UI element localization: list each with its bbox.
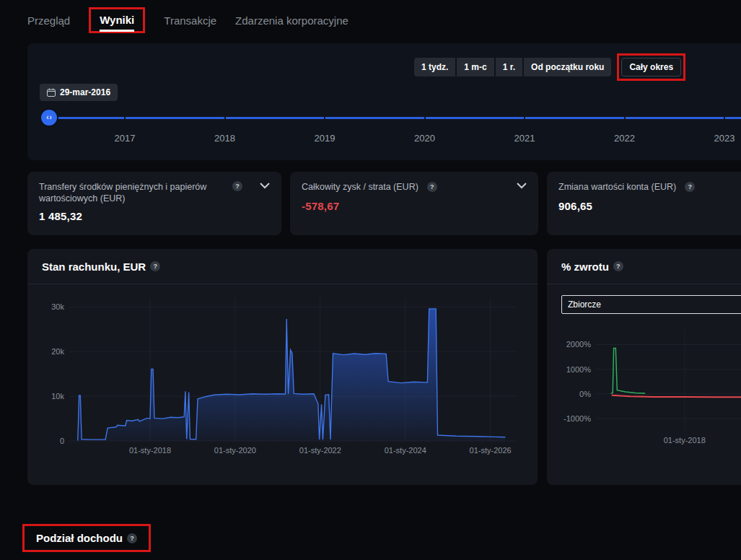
tab-wyniki[interactable]: Wyniki [100,14,134,32]
chevron-down-icon[interactable] [517,183,527,189]
account-value-panel-header: Stan rachunku, EUR ? [27,249,538,284]
period-button-ytd[interactable]: Od początku roku [524,58,611,76]
annotation-box-podzial-dochodu: Podział dochodu ? [22,524,151,552]
annotation-box-caly-okres: Cały okres [617,53,685,81]
stat-card-title: Transfery środków pieniężnych i papierów… [39,181,228,204]
stat-card-value: 906,65 [558,200,741,212]
account-value-panel-title: Stan rachunku, EUR [42,261,146,273]
income-split-section-title: Podział dochodu [36,532,123,544]
svg-text:1000%: 1000% [566,365,591,374]
svg-text:20k: 20k [51,347,64,356]
period-selector: 1 tydz. 1 m-c 1 r. Od początku roku Cały… [414,53,685,81]
svg-text:01-sty-2022: 01-sty-2022 [299,446,341,455]
stat-card-value: 1 485,32 [39,210,270,222]
return-percent-panel-title: % zwrotu [561,261,609,273]
return-mode-select[interactable]: Zbiorcze [561,295,741,314]
handle-left-arrow-icon: ‹ [46,114,48,121]
svg-text:30k: 30k [51,302,64,311]
stat-card-value: -578,67 [302,200,527,212]
period-button-all-time[interactable]: Cały okres [621,58,681,76]
help-icon[interactable]: ? [150,261,160,271]
stat-card-title: Zmiana wartości konta (EUR) [558,181,676,193]
year-label: 2022 [612,133,638,144]
chevron-down-icon[interactable] [260,183,270,189]
svg-text:2000%: 2000% [566,340,591,349]
stat-card-title-row: Zmiana wartości konta (EUR) ? [558,181,695,193]
svg-text:-1000%: -1000% [564,414,591,423]
year-label: 2021 [512,133,538,144]
svg-text:0: 0 [60,437,64,445]
account-value-panel: Stan rachunku, EUR ? 01-sty-201801-sty-2… [27,249,538,485]
period-button-1-year[interactable]: 1 r. [496,58,522,76]
stat-card-transfers: Transfery środków pieniężnych i papierów… [27,172,281,235]
help-icon[interactable]: ? [685,182,695,192]
year-label: 2020 [412,133,438,144]
tab-przeglad[interactable]: Przegląd [27,14,70,27]
stat-card-account-change: Zmiana wartości konta (EUR) ? 906,65 [547,172,741,235]
year-label: 2023 [711,133,737,144]
stat-card-total-profit: Całkowity zysk / strata (EUR) ? -578,67 [290,172,538,235]
timeline-slider-handle[interactable]: ‹ › [41,110,57,126]
tab-transakcje[interactable]: Transakcje [164,14,216,27]
year-label: 2017 [112,133,138,144]
svg-text:01-sty-2026: 01-sty-2026 [470,446,512,455]
return-percent-panel-header: % zwrotu ? [547,249,741,284]
timeline-panel: 1 tydz. 1 m-c 1 r. Od początku roku Cały… [27,43,741,160]
timeline-year-labels: 2017 2018 2019 2020 2021 2022 2023 [112,133,737,144]
period-button-group: 1 tydz. 1 m-c 1 r. Od początku roku [414,58,611,76]
help-icon[interactable]: ? [232,181,242,191]
period-button-1-week[interactable]: 1 tydz. [414,58,455,76]
calendar-icon [47,88,56,97]
svg-text:01-sty-2018: 01-sty-2018 [129,446,171,455]
help-icon[interactable]: ? [613,261,623,271]
stat-card-title: Całkowity zysk / strata (EUR) [302,181,418,193]
svg-text:01-sty-2018: 01-sty-2018 [664,436,706,445]
annotation-box-wyniki: Wyniki [89,7,145,33]
return-mode-select-value: Zbiorcze [568,299,601,310]
tab-zdarzenia-korporacyjne[interactable]: Zdarzenia korporacyjne [235,14,348,27]
svg-text:10k: 10k [51,392,64,401]
svg-text:0%: 0% [579,390,591,398]
svg-text:01-sty-2024: 01-sty-2024 [385,446,426,455]
help-icon[interactable]: ? [427,182,437,192]
year-label: 2019 [312,133,338,144]
period-button-1-month[interactable]: 1 m-c [457,58,494,76]
return-percent-chart[interactable]: 01-sty-20182000%1000%0%-1000% [551,324,741,448]
help-icon[interactable]: ? [127,533,137,543]
tab-bar: Przegląd Wyniki Transakcje Zdarzenia kor… [27,3,348,38]
year-label: 2018 [212,133,238,144]
stat-card-title-row: Całkowity zysk / strata (EUR) ? [302,181,437,193]
svg-text:01-sty-2020: 01-sty-2020 [214,446,256,455]
timeline-slider-ticks [124,115,725,121]
handle-right-arrow-icon: › [50,114,52,121]
return-percent-panel: % zwrotu ? Zbiorcze 01-sty-20182000%1000… [547,249,741,485]
account-value-chart[interactable]: 01-sty-201801-sty-202001-sty-202201-sty-… [39,289,526,463]
start-date-chip[interactable]: 29-mar-2016 [40,84,118,101]
start-date-label: 29-mar-2016 [60,87,110,97]
